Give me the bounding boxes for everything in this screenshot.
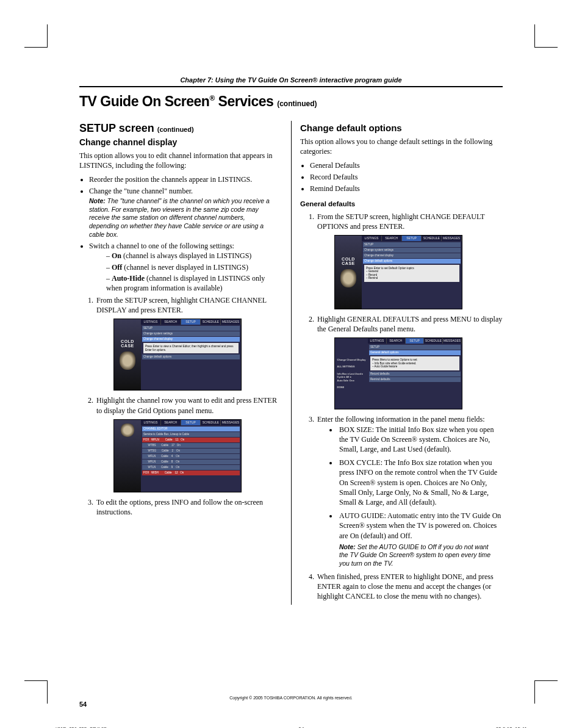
screenshot-channel-editor: LISTINGSSEARCHSETUPSCHEDULEMESSAGES CHAN… — [113, 419, 242, 492]
gd-step-2-text: Highlight GENERAL DEFAULTS and press MEN… — [317, 315, 502, 333]
crop-mark-tl — [24, 24, 48, 48]
cdo-record: Record Defaults — [310, 172, 503, 182]
cdo-intro: This option allows you to change default… — [300, 137, 503, 156]
note-label: Note: — [89, 197, 107, 204]
switch-off-b: Off — [112, 263, 122, 272]
screenshot-change-channel-display: COLDCASE LISTINGSSEARCHSETUPSCHEDULEMESS… — [113, 319, 242, 391]
ccd-step-2: Highlight the channel row you want to ed… — [95, 395, 282, 492]
switch-on-b: On — [112, 251, 121, 260]
box-size-item: BOX SIZE: The initial Info Box size when… — [338, 425, 503, 455]
left-column: SETUP screen (continued) Change channel … — [79, 121, 291, 605]
copyright-text: Copyright © 2005 TOSHIBA CORPORATION. Al… — [229, 696, 353, 700]
change-default-options-heading: Change default options — [300, 122, 503, 134]
crop-mark-bl — [24, 680, 48, 704]
gd-step-4: When finished, press ENTER to highlight … — [316, 572, 503, 602]
ccd-intro: This option allows you to edit channel i… — [79, 151, 282, 170]
change-channel-display-heading: Change channel display — [79, 137, 282, 148]
chapter-header: Chapter 7: Using the TV Guide On Screen®… — [79, 76, 503, 87]
switch-on-t: (channel is always displayed in LISTINGS… — [121, 251, 251, 260]
page-footer: 54 Copyright © 2005 TOSHIBA CORPORATION.… — [79, 696, 503, 700]
box-cycle-item: BOX CYCLE: The Info Box size rotation wh… — [338, 458, 503, 507]
right-column: Change default options This option allow… — [291, 121, 503, 605]
ccd-step-3: To edit the options, press INFO and foll… — [95, 497, 282, 517]
title-continued: (continued) — [277, 99, 317, 108]
ccd-step-2-text: Highlight the channel row you want to ed… — [96, 396, 277, 414]
switch-on: On (channel is always displayed in LISTI… — [106, 251, 282, 261]
auto-guide-text: AUTO GUIDE: Automatic entry into the TV … — [339, 511, 501, 539]
ccd-bullet-reorder: Reorder the position the channels appear… — [89, 175, 282, 184]
switch-off: Off (channel is never displayed in LISTI… — [106, 262, 282, 272]
auto-guide-note-text: Set the AUTO GUIDE to Off if you do not … — [339, 543, 490, 567]
gd-step-1-text: From the SETUP screen, highlight CHANGE … — [317, 212, 484, 231]
auto-guide-item: AUTO GUIDE: Automatic entry into the TV … — [338, 511, 503, 568]
gd-step-3: Enter the following information in the p… — [316, 414, 503, 568]
setup-heading-cont: (continued) — [157, 126, 194, 133]
note-text: The "tune channel" is the channel on whi… — [89, 197, 270, 238]
gd-step-3-text: Enter the following information in the p… — [317, 415, 485, 423]
general-defaults-heading: General defaults — [300, 200, 503, 209]
ccd-step-1: From the SETUP screen, highlight CHANGE … — [95, 295, 282, 391]
gd-step-2: Highlight GENERAL DEFAULTS and press MEN… — [316, 314, 503, 409]
cdo-general: General Defaults — [310, 160, 503, 170]
ccd-bullet-switch-text: Switch a channel to one of the following… — [89, 242, 234, 250]
switch-autohide: Auto-Hide (channel is displayed in LISTI… — [106, 273, 282, 293]
reg-mark: ® — [209, 94, 214, 103]
switch-off-t: (channel is never displayed in LISTINGS) — [122, 263, 248, 272]
ccd-bullet-tune-text: Change the "tune channel" number. — [89, 187, 193, 195]
gd-step-1: From the SETUP screen, highlight CHANGE … — [316, 212, 503, 309]
screenshot-change-default-options: COLDCASE LISTINGSSEARCHSETUPSCHEDULEMESS… — [334, 235, 462, 309]
title-part-b: Services — [215, 93, 277, 109]
setup-heading-text: SETUP screen — [79, 122, 157, 134]
screenshot-general-defaults-panel: Change Channel DisplayALL SETTINGSInfo B… — [334, 337, 462, 409]
ccd-bullet-tune: Change the "tune channel" number. Note: … — [89, 186, 282, 239]
page-title: TV Guide On Screen® Services (continued) — [79, 93, 503, 110]
auto-guide-note: Note: Set the AUTO GUIDE to Off if you d… — [339, 543, 503, 568]
note-label-2: Note: — [339, 543, 357, 550]
cdo-remind: Remind Defaults — [310, 184, 503, 193]
crop-mark-tr — [534, 24, 558, 48]
tune-channel-note: Note: The "tune channel" is the channel … — [89, 197, 282, 239]
crop-mark-br — [534, 680, 558, 704]
page-content: Chapter 7: Using the TV Guide On Screen®… — [79, 76, 503, 605]
setup-heading: SETUP screen (continued) — [79, 121, 282, 135]
ccd-bullet-switch: Switch a channel to one of the following… — [89, 241, 282, 293]
switch-ah-b: Auto-Hide — [112, 274, 145, 283]
title-part-a: TV Guide On Screen — [79, 93, 209, 109]
ccd-step-1-text: From the SETUP screen, highlight CHANGE … — [96, 296, 267, 314]
page-number: 54 — [79, 701, 87, 708]
